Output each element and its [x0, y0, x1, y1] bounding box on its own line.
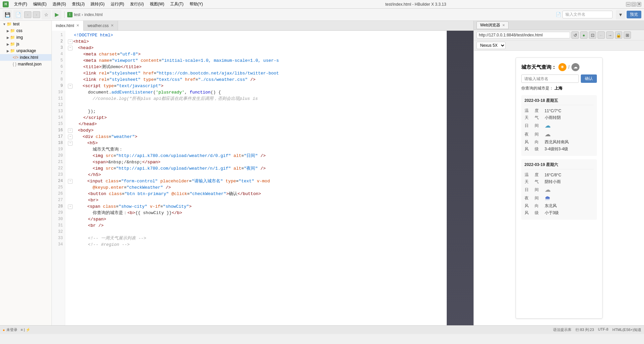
sidebar-item-unpackage[interactable]: ▶ 📁 unpackage: [0, 47, 51, 54]
forward-button[interactable]: ›: [33, 11, 40, 18]
file-input-field[interactable]: 输入文件名: [562, 11, 613, 18]
ln-28: 28: [52, 203, 65, 210]
day2-night-label2: 间: [535, 195, 545, 201]
cloud-icon: ☁: [571, 63, 579, 71]
city-input[interactable]: [521, 74, 579, 83]
day1-day-label2: 间: [535, 123, 545, 129]
code-line-14: </script>: [65, 115, 447, 121]
sun-icon: ☀: [558, 63, 566, 71]
code-text-5: <meta name="viewport" content="initial-s…: [74, 57, 279, 64]
fold-28[interactable]: −: [68, 204, 73, 209]
back-button[interactable]: ‹: [24, 11, 31, 18]
url-input[interactable]: [476, 32, 570, 38]
day2-winddir-value: 东北风: [545, 203, 594, 209]
cursor-pos: 行:83 列:23: [575, 327, 594, 332]
star-button[interactable]: ☆: [41, 10, 51, 19]
tab-index-html[interactable]: index.html ✕: [52, 21, 84, 31]
fold-3[interactable]: −: [68, 46, 73, 50]
fold-16[interactable]: −: [68, 128, 73, 133]
code-line-27: <br>: [65, 197, 447, 203]
filter-icon[interactable]: ▼: [616, 10, 625, 19]
ln-24: 24: [52, 178, 65, 184]
ln-6: 6: [52, 64, 65, 70]
grid-button[interactable]: ⊞: [624, 31, 631, 39]
confirm-button[interactable]: 确认: [581, 74, 597, 83]
menu-tools[interactable]: 工具(T): [168, 1, 186, 8]
device-select[interactable]: Nexus 5X: [476, 42, 506, 49]
menu-file[interactable]: 文件(F): [11, 1, 30, 8]
city-query: 你查询的城市是： 上海: [521, 85, 597, 91]
code-text-18: <h5>: [73, 140, 98, 146]
preview-button[interactable]: 预览: [627, 11, 641, 18]
ln-22: 22: [52, 165, 65, 172]
fold-24[interactable]: −: [68, 179, 73, 184]
code-text-9: <script type="text/javascript">: [73, 83, 164, 89]
day2-windlvl-row: 风 级 小于3级: [525, 210, 594, 216]
code-text-28: <span class="show-city" v-if="showCity">: [73, 203, 192, 210]
day1-weather-value: 小雨转阴: [545, 115, 594, 121]
manifest-label: manifest.json: [18, 62, 41, 66]
sidebar-root[interactable]: ▼ 📁 test: [0, 21, 51, 27]
minimize-button[interactable]: ─: [626, 2, 631, 7]
run-button[interactable]: ▶: [52, 10, 62, 19]
code-content[interactable]: <!DOCTYPE html> − <html> − <head> <meta …: [65, 31, 447, 325]
login-status[interactable]: ● 未登录: [3, 327, 17, 332]
menu-jump[interactable]: 跳转(G): [88, 1, 107, 8]
menu-run[interactable]: 运行(R): [108, 1, 127, 8]
screenshot-button[interactable]: ⊡: [589, 31, 596, 39]
ln-8: 8: [52, 76, 65, 83]
tab-weather-css[interactable]: weather.css ✕: [84, 21, 118, 30]
browser-tab[interactable]: Web浏览器 ✕: [476, 21, 509, 29]
code-editor[interactable]: 1 2 3 4 5 6 7 8 9 10 11 12 13 14 15 16 1…: [52, 31, 473, 325]
sidebar-item-img[interactable]: ▶ 📁 img: [0, 34, 51, 41]
fold-2[interactable]: −: [68, 39, 73, 44]
breadcrumb-project[interactable]: test: [74, 12, 80, 17]
menu-edit[interactable]: 编辑(E): [30, 1, 49, 8]
day1-day-label: 日: [525, 123, 535, 129]
ln-4: 4: [52, 51, 65, 57]
syntax-btn[interactable]: HTML(ES6+)知道: [613, 327, 642, 332]
file-icon: 📄: [556, 12, 561, 17]
sidebar-item-css[interactable]: ▶ 📁 css: [0, 27, 51, 34]
sidebar-item-index[interactable]: </> index.html: [0, 54, 51, 61]
code-line-10: document.addEventListener('plusready', f…: [65, 89, 447, 96]
fold-17[interactable]: −: [68, 135, 73, 139]
fold-9[interactable]: −: [68, 84, 73, 89]
day1-temp-label2: 度: [535, 108, 545, 114]
save-button[interactable]: 💾: [3, 10, 12, 19]
menu-help[interactable]: 帮助(Y): [187, 1, 206, 8]
day2-weather-value: 阴转小雨: [545, 179, 594, 185]
day2-night-label: 夜: [525, 195, 535, 201]
ln-9: 9: [52, 83, 65, 89]
tab-weather-close[interactable]: ✕: [111, 23, 114, 28]
browser-tab-close[interactable]: ✕: [502, 23, 505, 27]
day1-weather-row: 天 气 小雨转阴: [525, 115, 594, 121]
sidebar-item-js[interactable]: ▶ 📁 js: [0, 41, 51, 47]
encoding-btn[interactable]: UTF-8: [598, 327, 608, 332]
weather-input-row: 确认: [521, 74, 597, 83]
breadcrumb-file[interactable]: index.html: [84, 12, 103, 17]
breadcrumb: t test › index.html: [67, 12, 103, 17]
fold-18[interactable]: −: [68, 141, 73, 146]
day1-temp-value: 11°C/7°C: [545, 109, 594, 113]
toolbar: 💾 📄 ‹ › ☆ ▶ t test › index.html 📄 输入文件名 …: [0, 9, 644, 21]
menu-publish[interactable]: 发行(U): [127, 1, 146, 8]
refresh-button[interactable]: ↺: [571, 31, 579, 39]
css-folder-icon: 📁: [10, 28, 15, 33]
separator1: [64, 11, 65, 18]
nav-back-button[interactable]: ←: [598, 31, 605, 39]
close-button[interactable]: ✕: [637, 2, 641, 7]
sidebar-item-manifest[interactable]: { } manifest.json: [0, 61, 51, 67]
reload-button[interactable]: ●: [580, 31, 587, 39]
lock-button[interactable]: 🔒: [615, 31, 622, 39]
code-line-30: </span>: [65, 216, 447, 222]
hint-btn[interactable]: 语法提示库: [553, 327, 571, 332]
menu-select[interactable]: 选择(S): [50, 1, 69, 8]
tab-index-close[interactable]: ✕: [76, 23, 79, 28]
maximize-button[interactable]: □: [631, 2, 636, 7]
menu-find[interactable]: 查找(J): [69, 1, 87, 8]
menu-view[interactable]: 视图(W): [147, 1, 167, 8]
night-icon-1: ☁: [545, 131, 551, 138]
nav-forward-button[interactable]: →: [606, 31, 614, 39]
new-file-button[interactable]: 📄: [13, 10, 23, 19]
